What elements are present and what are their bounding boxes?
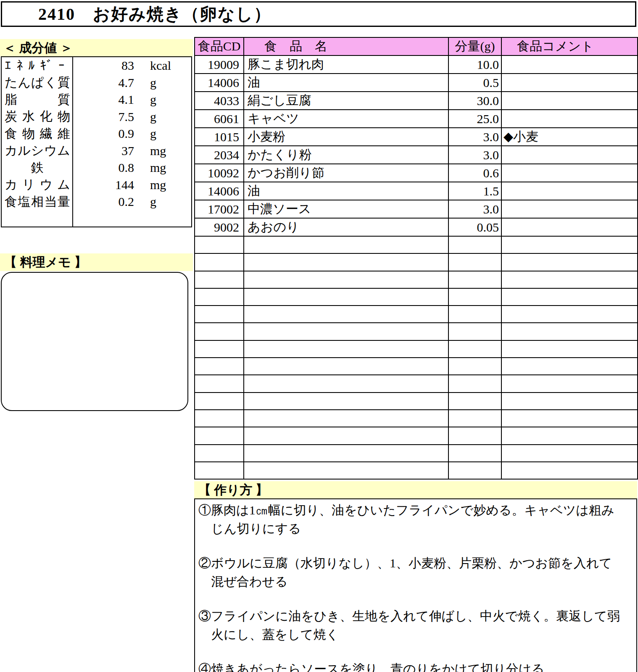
food-name-cell — [244, 445, 448, 462]
food-code-cell: 19009 — [195, 55, 244, 74]
comment-cell — [501, 74, 638, 92]
food-code-cell — [195, 358, 244, 375]
col-header-food-code: 食品CD — [195, 37, 244, 55]
direction-text: ③フライパンに油をひき、生地を入れて伸ばし、中火で焼く。裏返して弱 — [198, 607, 634, 625]
nutrition-row-iron: 鉄 0.8 mg — [2, 159, 191, 177]
comment-cell — [501, 462, 638, 479]
nutrition-unit: g — [134, 195, 156, 209]
amount-cell: 25.0 — [448, 110, 501, 128]
nutrition-value: 37 — [73, 144, 134, 158]
direction-step-3: ③フライパンに油をひき、生地を入れて伸ばし、中火で焼く。裏返して弱 火にし、蓋を… — [198, 607, 634, 644]
direction-text: じん切りにする — [198, 519, 634, 538]
food-name-cell: 小麦粉 — [244, 128, 448, 146]
direction-text: ①豚肉は1㎝幅に切り、油をひいたフライパンで妙める。キャベツは粗み — [198, 501, 634, 519]
food-code-cell: 10092 — [195, 164, 244, 182]
food-code-cell — [195, 410, 244, 427]
nutrition-label: カリウム — [2, 176, 73, 193]
ingredient-row — [195, 236, 638, 253]
amount-cell: 0.05 — [448, 218, 501, 236]
nutrition-unit: mg — [134, 144, 166, 158]
food-code-cell: 4033 — [195, 92, 244, 110]
ingredient-row — [195, 462, 638, 479]
amount-cell: 3.0 — [448, 146, 501, 164]
food-code-cell — [195, 462, 244, 479]
nutrition-value: 0.9 — [73, 126, 134, 141]
food-code-cell: 14006 — [195, 182, 244, 200]
nutrition-label: 食物繊維 — [2, 125, 73, 142]
directions-section-header: 【 作り方 】 — [194, 481, 637, 498]
comment-cell — [501, 340, 638, 358]
nutrition-value: 4.7 — [73, 76, 134, 90]
food-code-cell: 2034 — [195, 146, 244, 164]
ingredient-row: 4033 絹ごし豆腐 30.0 — [195, 92, 638, 110]
ingredient-row — [195, 340, 638, 358]
comment-cell — [501, 110, 638, 128]
amount-cell — [448, 340, 501, 358]
ingredient-row: 17002 中濃ソース 3.0 — [195, 200, 638, 218]
ingredient-row — [195, 323, 638, 340]
nutrition-section-header: ＜ 成分値 ＞ — [0, 39, 193, 56]
ingredient-row — [195, 375, 638, 392]
amount-cell — [448, 358, 501, 375]
nutrition-row-fiber: 食物繊維 0.9 g — [2, 125, 191, 142]
direction-step-4: ④焼きあがったらソースを塗り、青のりをかけて切り分ける — [198, 660, 634, 672]
ingredient-row — [195, 358, 638, 375]
direction-step-2: ②ボウルに豆腐（水切りなし）、1、小麦粉、片栗粉、かつお節を入れて 混ぜ合わせる — [198, 554, 634, 591]
amount-cell: 3.0 — [448, 200, 501, 218]
ingredient-row — [195, 288, 638, 306]
comment-cell — [501, 253, 638, 271]
ingredient-row — [195, 306, 638, 323]
nutrition-table-divider — [72, 57, 73, 227]
nutrition-unit: mg — [134, 161, 166, 175]
comment-cell — [501, 55, 638, 74]
food-name-cell: 豚こま切れ肉 — [244, 55, 448, 74]
nutrition-unit: g — [134, 126, 156, 141]
nutrition-value: 0.8 — [73, 161, 134, 175]
amount-cell — [448, 393, 501, 410]
nutrition-row-fat: 脂質 4.1 g — [2, 91, 191, 108]
memo-section-header: 【 料理メモ 】 — [0, 253, 193, 271]
food-name-cell — [244, 410, 448, 427]
food-code-cell — [195, 427, 244, 444]
food-code-cell — [195, 393, 244, 410]
direction-text: 混ぜ合わせる — [198, 572, 634, 591]
nutrition-label: たんぱく質 — [2, 74, 73, 91]
food-code-cell — [195, 271, 244, 288]
nutrition-row-carbohydrate: 炭水化物 7.5 g — [2, 108, 191, 126]
ingredient-row — [195, 410, 638, 427]
nutrition-row-salt: 食塩相当量 0.2 g — [2, 193, 191, 211]
amount-cell — [448, 410, 501, 427]
food-code-cell: 14006 — [195, 74, 244, 92]
ingredient-row: 6061 キャベツ 25.0 — [195, 110, 638, 128]
ingredients-table-body: 19009 豚こま切れ肉 10.0 14006 油 0.5 4033 絹ごし豆腐… — [195, 55, 638, 479]
food-code-cell: 17002 — [195, 200, 244, 218]
nutrition-value: 144 — [73, 178, 134, 192]
nutrition-label: 脂質 — [2, 91, 73, 108]
food-name-cell — [244, 462, 448, 479]
comment-cell — [501, 146, 638, 164]
comment-cell — [501, 236, 638, 253]
ingredient-row — [195, 253, 638, 271]
food-name-cell — [244, 323, 448, 340]
food-code-cell — [195, 340, 244, 358]
amount-cell — [448, 288, 501, 306]
food-code-cell: 9002 — [195, 218, 244, 236]
food-name-cell — [244, 288, 448, 306]
food-name-cell — [244, 236, 448, 253]
ingredients-table: 食品CD 食 品 名 分量(g) 食品コメント 19009 豚こま切れ肉 10.… — [194, 37, 638, 480]
comment-cell: ◆小麦 — [501, 128, 638, 146]
recipe-sheet: 2410 お好み焼き（卵なし） ＜ 成分値 ＞ ｴﾈﾙｷﾞｰ 83 kcal た… — [0, 0, 638, 672]
nutrition-row-potassium: カリウム 144 mg — [2, 177, 191, 194]
col-header-comment: 食品コメント — [501, 37, 638, 55]
nutrition-label: 鉄 — [2, 159, 73, 177]
ingredient-row: 10092 かつお削り節 0.6 — [195, 164, 638, 182]
nutrition-unit: g — [134, 76, 156, 90]
food-name-cell: かつお削り節 — [244, 164, 448, 182]
food-name-cell: かたくり粉 — [244, 146, 448, 164]
nutrition-value: 7.5 — [73, 110, 134, 124]
nutrition-row-energy: ｴﾈﾙｷﾞｰ 83 kcal — [2, 57, 191, 74]
food-code-cell — [195, 253, 244, 271]
nutrition-label: カルシウム — [2, 142, 73, 159]
direction-text: ④焼きあがったらソースを塗り、青のりをかけて切り分ける — [198, 660, 634, 672]
ingredient-row: 9002 あおのり 0.05 — [195, 218, 638, 236]
